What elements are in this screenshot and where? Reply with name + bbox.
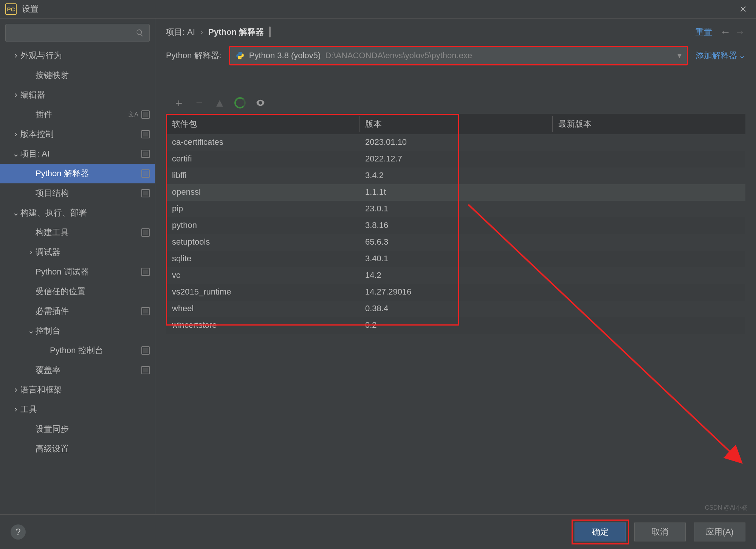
sidebar-item-label: 调试器 [36,247,150,258]
table-row[interactable]: ca-certificates2023.01.10 [166,134,745,151]
table-row[interactable]: vc14.2 [166,267,745,284]
sidebar-item[interactable]: ·项目结构 [0,183,155,203]
table-cell: 3.4.2 [359,167,552,184]
table-row[interactable]: wincertstore0.2 [166,317,745,334]
back-icon[interactable]: ← [720,26,731,38]
apply-button[interactable]: 应用(A) [694,523,745,541]
sidebar-item[interactable]: ·Python 调试器 [0,262,155,282]
table-cell: 2022.12.7 [359,151,552,167]
sidebar-item-label: 覆盖率 [36,364,138,376]
table-cell: python [166,217,359,234]
show-early-releases-icon[interactable] [254,97,266,109]
interpreter-path: D:\ANACONDA\envs\yolov5\python.exe [325,51,472,60]
sidebar-item[interactable]: ·Python 解释器 [0,164,155,183]
settings-sidebar: ›外观与行为·按键映射›编辑器·插件文A›版本控制⌄项目: AI·Python … [0,19,155,514]
sidebar-item[interactable]: ›编辑器 [0,85,155,105]
packages-toolbar: ＋ − ▲ [166,92,745,114]
sidebar-item[interactable]: ⌄构建、执行、部署 [0,203,155,223]
project-scope-icon [141,268,150,276]
table-row[interactable]: sqlite3.40.1 [166,251,745,267]
table-cell: 2023.01.10 [359,134,552,151]
upgrade-package-icon[interactable]: ▲ [214,97,226,109]
col-version[interactable]: 版本 [359,114,552,134]
col-package[interactable]: 软件包 [166,114,359,134]
table-cell [552,251,745,267]
ok-button[interactable]: 确定 [575,523,626,541]
sidebar-item[interactable]: ›版本控制 [0,124,155,144]
sidebar-item-label: Python 控制台 [50,345,138,356]
interpreter-select[interactable]: Python 3.8 (yolov5) D:\ANACONDA\envs\yol… [229,46,688,65]
table-cell: 65.6.3 [359,234,552,251]
table-cell: pip [166,201,359,217]
sidebar-item[interactable]: ›语言和框架 [0,380,155,400]
sidebar-item-label: 控制台 [36,325,150,337]
help-icon[interactable]: ? [11,524,26,540]
sidebar-item[interactable]: ›外观与行为 [0,46,155,65]
table-row[interactable]: setuptools65.6.3 [166,234,745,251]
sidebar-item[interactable]: ·构建工具 [0,223,155,242]
chevron-down-icon: ▾ [677,51,682,60]
sidebar-item[interactable]: ·插件文A [0,105,155,124]
sidebar-item-label: 插件 [36,109,125,120]
chevron-icon: › [11,90,20,100]
sidebar-item[interactable]: ›调试器 [0,242,155,262]
sidebar-item[interactable]: ⌄项目: AI [0,144,155,164]
sidebar-item-label: 编辑器 [20,89,150,101]
table-cell [552,234,745,251]
table-cell [552,134,745,151]
project-scope-icon [141,366,150,374]
table-row[interactable]: wheel0.38.4 [166,301,745,317]
search-input[interactable] [5,24,150,42]
table-row[interactable]: vs2015_runtime14.27.29016 [166,284,745,301]
col-latest[interactable]: 最新版本 [552,114,745,134]
sidebar-item[interactable]: ·按键映射 [0,65,155,85]
sidebar-item[interactable]: ·必需插件 [0,301,155,321]
table-row[interactable]: certifi2022.12.7 [166,151,745,167]
crumb-page: Python 解释器 [208,26,264,38]
table-cell [552,184,745,201]
sidebar-item-label: 构建工具 [36,227,138,238]
chevron-icon: › [11,385,20,395]
reset-link[interactable]: 重置 [696,26,712,38]
reload-icon[interactable] [234,97,246,109]
forward-icon[interactable]: → [734,26,745,38]
table-cell: setuptools [166,234,359,251]
table-row[interactable]: libffi3.4.2 [166,167,745,184]
sidebar-item-label: 按键映射 [36,70,150,81]
chevron-icon: › [11,405,20,414]
settings-tree: ›外观与行为·按键映射›编辑器·插件文A›版本控制⌄项目: AI·Python … [0,46,155,514]
sidebar-item[interactable]: ·覆盖率 [0,360,155,380]
table-row[interactable]: pip23.0.1 [166,201,745,217]
sidebar-item[interactable]: ·受信任的位置 [0,282,155,301]
cancel-button[interactable]: 取消 [634,523,686,541]
remove-package-icon[interactable]: − [193,97,205,109]
project-scope-icon [141,110,150,119]
sidebar-item[interactable]: ›工具 [0,400,155,419]
sidebar-item[interactable]: ·设置同步 [0,419,155,439]
project-scope-icon [269,27,271,37]
close-icon[interactable] [736,2,751,17]
chevron-icon: ⌄ [26,326,36,336]
sidebar-item-label: 版本控制 [20,129,138,140]
project-scope-icon [141,130,150,138]
table-cell: wincertstore [166,317,359,334]
table-header-row: 软件包 版本 最新版本 [166,114,745,134]
sidebar-item[interactable]: ·Python 控制台 [0,341,155,360]
language-icon: 文A [128,111,138,119]
chevron-icon: ⌄ [11,149,20,159]
table-row[interactable]: python3.8.16 [166,217,745,234]
table-cell [552,201,745,217]
table-cell: 14.2 [359,267,552,284]
table-cell: 1.1.1t [359,184,552,201]
sidebar-item-label: Python 调试器 [36,266,138,278]
table-row[interactable]: openssl1.1.1t [166,184,745,201]
table-cell: 23.0.1 [359,201,552,217]
sidebar-item-label: 构建、执行、部署 [20,207,150,219]
add-package-icon[interactable]: ＋ [173,97,185,109]
sidebar-item[interactable]: ·高级设置 [0,439,155,459]
sidebar-item[interactable]: ⌄控制台 [0,321,155,341]
table-cell: 0.2 [359,317,552,334]
table-cell [552,217,745,234]
add-interpreter-link[interactable]: 添加解释器 ⌄ [696,50,745,61]
chevron-right-icon: › [200,27,203,37]
